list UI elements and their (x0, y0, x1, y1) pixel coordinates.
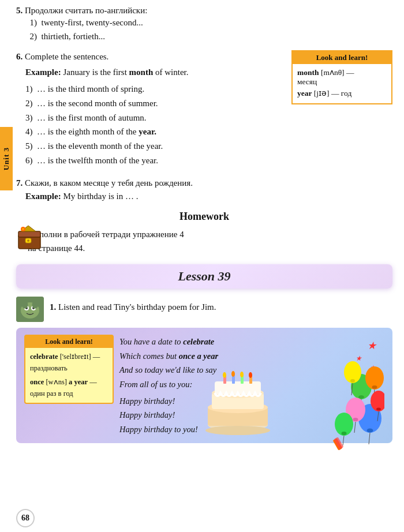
poem-line-6: Happy birthday! (119, 408, 384, 422)
exercise-5-list: 1) twenty-first, twenty-second... 2) thi… (25, 16, 392, 43)
poem-line-2: Which comes but once a year (119, 349, 384, 364)
svg-rect-1 (18, 231, 40, 237)
exercise-6-desc: Complete the sentences. (25, 52, 109, 61)
celebrate-entry: celebrate ['selɪbreɪt] —праздновать (30, 351, 108, 374)
main-content: 5. Продолжи считать по-английски: 1) twe… (16, 0, 392, 443)
exercise-7: 7. Скажи, в каком месяце у тебя день рож… (16, 176, 392, 203)
poem-line-1: You have a date to celebrate (119, 335, 384, 349)
exercise-5-header: 5. Продолжи считать по-английски: (16, 6, 392, 16)
look-and-learn-entry-month: month [mʌnθ] — месяц (297, 68, 387, 87)
homework-icon (16, 223, 46, 251)
exercise-6-title: 6. Complete the sentences. (16, 50, 286, 63)
lesson39-ex1-text: 1. Listen and read Tiny's birthday poem … (50, 297, 216, 314)
homework-line1: Выполни в рабочей тетради упражнение 4 (28, 227, 392, 241)
exercise-5-number: 5. (16, 6, 23, 15)
lesson-39-banner: Lesson 39 (16, 264, 392, 289)
svg-rect-40 (334, 437, 344, 449)
once-entry: once [wʌns] a year —один раз в год (30, 376, 108, 399)
look-and-learn-box-2: Look and learn! celebrate ['selɪbreɪt] —… (24, 335, 114, 404)
list-item: 2) thirtieth, fortieth... (25, 29, 392, 43)
lesson39-exercise-1: 1. Listen and read Tiny's birthday poem … (16, 297, 392, 322)
list-item: 2) … is the second month of summer. (25, 96, 286, 111)
svg-point-3 (27, 239, 29, 242)
page-wrapper: Unit 3 5. Продолжи считать по-английски:… (0, 0, 404, 532)
look-and-learn-entry-year: year [jɪə] — год (297, 88, 387, 98)
homework-title-wrapper: Homework (16, 211, 392, 223)
exercise-7-example: Example: My birthday is in … . (25, 190, 392, 203)
exercise-5-title: Продолжи считать по-английски: (25, 6, 147, 15)
homework-section: Homework Выполни в рабочей тетради упраж… (16, 211, 392, 255)
exercise-7-title: 7. Скажи, в каком месяце у тебя день рож… (16, 176, 392, 190)
svg-rect-39 (333, 438, 343, 450)
poem-card: Look and learn! celebrate ['selɪbreɪt] —… (16, 328, 392, 443)
list-item: 6) … is the twelfth month of the year. (25, 153, 286, 168)
tiny-icon (16, 297, 44, 322)
svg-line-37 (343, 436, 344, 445)
look-and-learn-title-2: Look and learn! (25, 336, 113, 348)
list-item: 3) … is the first month of autumn. (25, 111, 286, 125)
list-item: 1) … is the third month of spring. (25, 82, 286, 96)
lesson-39-label: Lesson 39 (178, 269, 230, 283)
svg-point-6 (22, 228, 24, 230)
homework-text: Выполни в рабочей тетради упражнение 4 н… (28, 227, 392, 255)
page-number-value: 68 (16, 509, 35, 527)
unit-tab: Unit 3 (0, 127, 13, 190)
list-item: 4) … is the eighth month of the year. (25, 125, 286, 139)
exercise-6-number: 6. (16, 52, 23, 61)
homework-line2: на странице 44. (28, 241, 392, 255)
poem-line-3: And so today we'd like to say (119, 363, 384, 377)
list-item: 1) twenty-first, twenty-second... (25, 16, 392, 29)
list-item: 5) … is the eleventh month of the year. (25, 139, 286, 153)
poem-line-5: Happy birthday! (119, 394, 384, 409)
exercise-6-sentences: 1) … is the third month of spring. 2) … … (25, 82, 286, 168)
page-number: 68 (16, 509, 35, 527)
exercise-6-example: Example: January is the first month of w… (25, 66, 286, 79)
exercise-6-text: 6. Complete the sentences. Example: Janu… (16, 50, 286, 168)
exercise-5: 5. Продолжи считать по-английски: 1) twe… (16, 6, 392, 43)
poem-text: You have a date to celebrate Which comes… (119, 335, 384, 436)
homework-title: Homework (16, 211, 392, 223)
poem-line-4: From all of us to you: (119, 377, 384, 392)
exercise-6-wrapper: Look and learn! month [mʌnθ] — месяц yea… (16, 50, 392, 168)
poem-line-7: Happy birthday to you! (119, 422, 384, 437)
look-and-learn-box-1: Look and learn! month [mʌnθ] — месяц yea… (291, 50, 392, 104)
look-and-learn-title-1: Look and learn! (293, 51, 391, 64)
